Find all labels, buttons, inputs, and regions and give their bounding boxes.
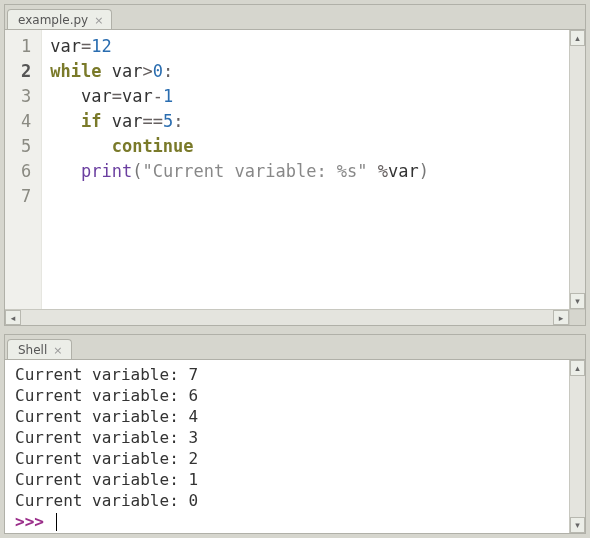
editor-tab-label: example.py <box>18 13 88 27</box>
shell-tabbar: Shell × <box>5 335 585 359</box>
code-line[interactable]: var=var-1 <box>50 84 561 109</box>
shell-line: Current variable: 7 <box>15 364 559 385</box>
shell-line: Current variable: 2 <box>15 448 559 469</box>
code-line[interactable]: continue <box>50 134 561 159</box>
editor-tabbar: example.py × <box>5 5 585 29</box>
scroll-down-icon[interactable]: ▾ <box>570 517 585 533</box>
shell-panel: Shell × Current variable: 7Current varia… <box>4 334 586 534</box>
line-number: 7 <box>21 184 31 209</box>
cursor-icon <box>56 513 57 531</box>
editor-content: 1234567 var=12while var>0: var=var-1 if … <box>5 29 585 325</box>
shell-output[interactable]: Current variable: 7Current variable: 6Cu… <box>5 360 569 533</box>
editor-scrollbar-vertical[interactable]: ▴ ▾ <box>569 30 585 309</box>
close-icon[interactable]: × <box>53 345 62 356</box>
shell-prompt-line[interactable]: >>> <box>15 511 559 532</box>
line-number: 3 <box>21 84 31 109</box>
scroll-down-icon[interactable]: ▾ <box>570 293 585 309</box>
scroll-right-icon[interactable]: ▸ <box>553 310 569 325</box>
shell-tab-label: Shell <box>18 343 47 357</box>
line-number: 5 <box>21 134 31 159</box>
close-icon[interactable]: × <box>94 15 103 26</box>
code-area[interactable]: 1234567 var=12while var>0: var=var-1 if … <box>5 30 569 309</box>
scroll-up-icon[interactable]: ▴ <box>570 360 585 376</box>
scroll-corner <box>569 309 585 325</box>
shell-line: Current variable: 0 <box>15 490 559 511</box>
code-line[interactable]: if var==5: <box>50 109 561 134</box>
code-text[interactable]: var=12while var>0: var=var-1 if var==5: … <box>42 30 569 309</box>
line-number: 6 <box>21 159 31 184</box>
shell-line: Current variable: 1 <box>15 469 559 490</box>
editor-tab-example[interactable]: example.py × <box>7 9 112 30</box>
line-number-gutter: 1234567 <box>5 30 42 309</box>
shell-line: Current variable: 6 <box>15 385 559 406</box>
code-line[interactable]: print("Current variable: %s" %var) <box>50 159 561 184</box>
scroll-left-icon[interactable]: ◂ <box>5 310 21 325</box>
code-line[interactable]: var=12 <box>50 34 561 59</box>
line-number: 4 <box>21 109 31 134</box>
prompt-text: >>> <box>15 512 54 531</box>
shell-line: Current variable: 3 <box>15 427 559 448</box>
shell-line: Current variable: 4 <box>15 406 559 427</box>
scroll-up-icon[interactable]: ▴ <box>570 30 585 46</box>
shell-tab[interactable]: Shell × <box>7 339 72 360</box>
editor-scrollbar-horizontal[interactable]: ◂ ▸ <box>5 309 569 325</box>
code-line[interactable]: while var>0: <box>50 59 561 84</box>
line-number: 2 <box>21 59 31 84</box>
shell-content: Current variable: 7Current variable: 6Cu… <box>5 359 585 533</box>
editor-panel: example.py × 1234567 var=12while var>0: … <box>4 4 586 326</box>
shell-scrollbar-vertical[interactable]: ▴ ▾ <box>569 360 585 533</box>
line-number: 1 <box>21 34 31 59</box>
